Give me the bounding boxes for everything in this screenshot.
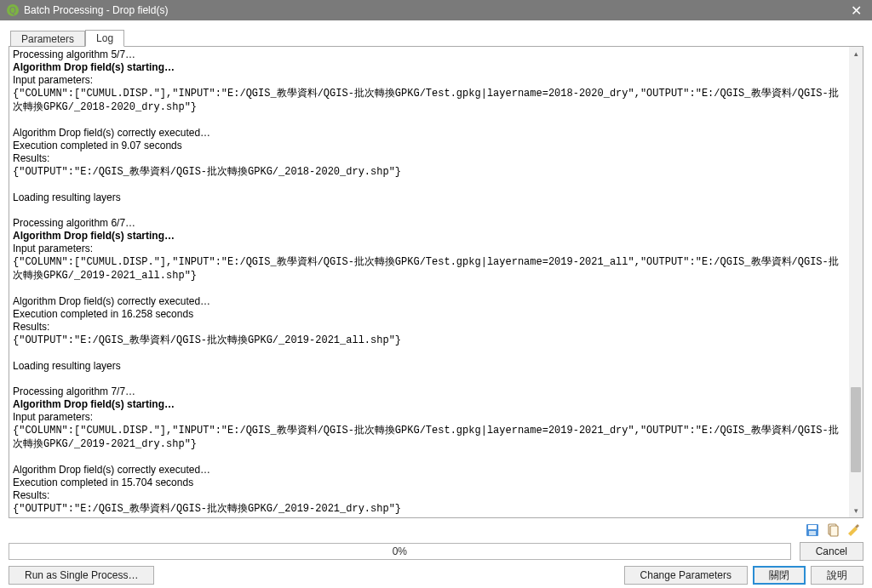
progress-label: 0% bbox=[9, 544, 790, 559]
svg-rect-1 bbox=[808, 525, 817, 529]
progress-bar: 0% bbox=[9, 543, 791, 560]
clear-log-icon[interactable] bbox=[845, 522, 862, 539]
log-text: Processing algorithm 5/7… Algorithm Drop… bbox=[9, 47, 849, 517]
window-title: Batch Processing - Drop field(s) bbox=[24, 4, 168, 16]
scroll-down-icon[interactable]: ▾ bbox=[849, 504, 863, 517]
close-button[interactable]: 關閉 bbox=[753, 566, 806, 585]
log-scrollbar[interactable]: ▴ ▾ bbox=[849, 47, 863, 517]
tab-parameters[interactable]: Parameters bbox=[10, 31, 85, 47]
tab-log[interactable]: Log bbox=[85, 30, 124, 47]
tab-bar: Parameters Log bbox=[10, 27, 863, 46]
help-button[interactable]: 說明 bbox=[811, 566, 863, 585]
svg-rect-4 bbox=[830, 526, 838, 536]
spacer bbox=[159, 566, 618, 585]
scroll-thumb[interactable] bbox=[851, 387, 861, 472]
bottom-button-row: Run as Single Process… Change Parameters… bbox=[9, 562, 863, 585]
svg-rect-2 bbox=[809, 531, 816, 535]
app-icon: Q bbox=[7, 4, 19, 16]
change-parameters-button[interactable]: Change Parameters bbox=[624, 566, 748, 585]
run-single-process-button[interactable]: Run as Single Process… bbox=[9, 566, 154, 585]
titlebar: Q Batch Processing - Drop field(s) ✕ bbox=[0, 0, 872, 20]
cancel-button[interactable]: Cancel bbox=[800, 542, 863, 561]
save-log-icon[interactable] bbox=[804, 522, 821, 539]
scroll-up-icon[interactable]: ▴ bbox=[849, 47, 863, 60]
content-area: Parameters Log Processing algorithm 5/7…… bbox=[0, 20, 872, 588]
close-icon[interactable]: ✕ bbox=[847, 3, 865, 19]
copy-log-icon[interactable] bbox=[824, 522, 841, 539]
log-toolbar bbox=[9, 518, 863, 540]
progress-row: 0% Cancel bbox=[9, 540, 863, 562]
log-panel: Processing algorithm 5/7… Algorithm Drop… bbox=[9, 46, 863, 518]
